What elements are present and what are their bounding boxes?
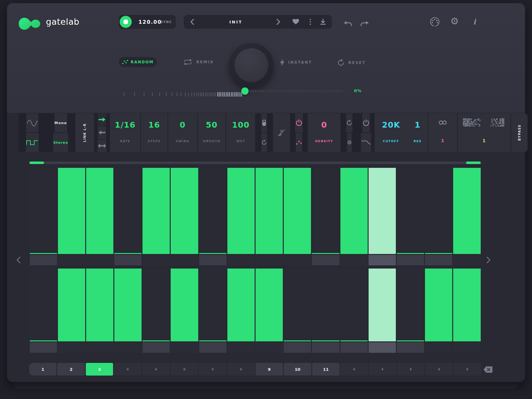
pattern-slot-2[interactable]: 2 <box>57 363 85 376</box>
seq-step-top-9[interactable] <box>256 168 283 254</box>
favorite-button[interactable] <box>290 15 301 29</box>
variation-slider-handle[interactable] <box>241 87 249 95</box>
stereo-button[interactable]: Stereo <box>53 133 68 152</box>
lock-refresh-button[interactable] <box>261 133 267 152</box>
seq-step-handle-bottom-4[interactable] <box>114 342 142 353</box>
mono-button[interactable]: Mono <box>54 113 67 132</box>
filter-refresh-button[interactable] <box>346 113 352 132</box>
variation-slider-track[interactable] <box>250 90 344 92</box>
noise-pattern-cell[interactable]: 1 <box>458 113 511 152</box>
seq-step-top-12[interactable] <box>340 168 368 254</box>
seq-step-bottom-2[interactable] <box>58 269 85 341</box>
seq-step-top-11[interactable] <box>312 168 339 254</box>
seq-step-handle-top-5[interactable] <box>142 255 170 265</box>
seq-step-handle-bottom-3[interactable] <box>86 342 113 353</box>
seq-step-handle-top-15[interactable] <box>425 255 452 265</box>
seq-step-bottom-3[interactable] <box>86 269 113 341</box>
sequencer-scroll-left-button[interactable] <box>16 256 21 263</box>
mute-note-button[interactable] <box>273 113 290 152</box>
rate-cell[interactable]: 1/16 RATE <box>110 113 140 152</box>
save-preset-button[interactable] <box>317 15 329 29</box>
delete-pattern-button[interactable] <box>483 366 493 373</box>
seq-step-top-6[interactable] <box>171 168 198 254</box>
seq-step-handle-top-3[interactable] <box>86 255 113 265</box>
undo-button[interactable] <box>343 21 352 27</box>
sine-wave-button[interactable] <box>26 113 38 132</box>
remix-button[interactable]: REMIX <box>183 59 214 65</box>
seq-step-bottom-10[interactable] <box>284 269 311 341</box>
seq-step-handle-bottom-9[interactable] <box>256 342 283 353</box>
seq-step-handle-bottom-14[interactable] <box>397 342 424 353</box>
seq-step-bottom-6[interactable] <box>171 269 198 341</box>
square-wave-button[interactable] <box>26 133 39 152</box>
smooth-cell[interactable]: 50 SMOOTH <box>198 113 226 152</box>
filter-power-button[interactable] <box>362 113 370 132</box>
seq-step-bottom-13[interactable] <box>369 269 396 341</box>
seq-step-handle-bottom-8[interactable] <box>227 342 255 353</box>
pattern-slot-4[interactable]: + <box>114 363 141 376</box>
pattern-slot-16[interactable]: + <box>454 363 481 376</box>
preset-prev-button[interactable] <box>190 19 194 25</box>
seq-step-handle-top-10[interactable] <box>284 255 311 265</box>
seq-step-top-14[interactable] <box>397 168 424 254</box>
seq-step-top-1[interactable] <box>30 168 57 254</box>
seq-step-bottom-5[interactable] <box>142 269 170 341</box>
variation-slider-ticks[interactable] <box>124 90 241 99</box>
seq-step-handle-bottom-6[interactable] <box>171 342 198 353</box>
pattern-slot-5[interactable]: + <box>142 363 170 376</box>
random-mode-button[interactable]: RANDOM <box>119 57 157 67</box>
preset-next-button[interactable] <box>276 19 281 25</box>
pattern-slot-13[interactable]: + <box>369 363 396 376</box>
pattern-slot-9[interactable]: 9 <box>256 363 283 376</box>
seq-step-top-13[interactable] <box>369 168 396 254</box>
loop-infinity-cell[interactable]: 1 <box>428 113 457 152</box>
wet-cell[interactable]: 100 WET <box>226 113 255 152</box>
link-lr-button[interactable]: LINK L-R <box>75 113 94 152</box>
direction-backward-button[interactable] <box>98 126 106 139</box>
bypass-button[interactable]: BYPASS <box>511 113 528 152</box>
seq-step-top-4[interactable] <box>114 168 142 254</box>
seq-step-top-8[interactable] <box>227 168 255 254</box>
seq-step-handle-top-6[interactable] <box>171 255 198 265</box>
sequencer-scroll-right-button[interactable] <box>486 256 491 263</box>
transport-stop-button[interactable] <box>120 16 132 28</box>
seq-step-bottom-14[interactable] <box>397 269 424 341</box>
seq-step-bottom-8[interactable] <box>227 269 255 341</box>
resonance-control[interactable]: 1 RES <box>408 113 428 152</box>
seq-step-handle-top-11[interactable] <box>312 255 339 265</box>
bpm-control[interactable]: 120.00 SYNC <box>119 15 176 29</box>
seq-step-handle-top-8[interactable] <box>227 255 255 265</box>
direction-pingpong-button[interactable] <box>98 140 106 152</box>
seq-step-handle-top-7[interactable] <box>199 255 226 265</box>
pattern-slot-12[interactable]: + <box>340 363 368 376</box>
seq-step-top-2[interactable] <box>58 168 85 254</box>
seq-step-handle-bottom-1[interactable] <box>30 342 57 353</box>
seq-step-handle-bottom-12[interactable] <box>340 342 368 353</box>
pattern-slot-14[interactable]: + <box>397 363 424 376</box>
seq-step-handle-bottom-10[interactable] <box>284 342 311 353</box>
variation-knob[interactable] <box>229 43 274 87</box>
midi-settings-button[interactable] <box>430 17 440 27</box>
direction-forward-button[interactable] <box>98 113 106 126</box>
loop-end-handle[interactable] <box>466 162 481 164</box>
filter-settings-button[interactable]: ⚙ <box>347 133 352 152</box>
seq-step-bottom-9[interactable] <box>256 269 283 341</box>
pattern-slot-15[interactable]: + <box>425 363 453 376</box>
seq-step-handle-bottom-11[interactable] <box>312 342 339 353</box>
seq-step-bottom-15[interactable] <box>425 269 452 341</box>
pattern-slot-7[interactable]: + <box>199 363 226 376</box>
seq-step-top-7[interactable] <box>199 168 226 254</box>
seq-step-handle-top-12[interactable] <box>340 255 368 265</box>
seq-step-bottom-16[interactable] <box>453 269 480 341</box>
seq-step-top-5[interactable] <box>142 168 170 254</box>
density-cell[interactable]: 0 DENSITY <box>308 113 341 152</box>
seq-step-bottom-12[interactable] <box>340 269 368 341</box>
seq-step-handle-bottom-16[interactable] <box>453 342 480 353</box>
steps-cell[interactable]: 16 STEPS <box>141 113 168 152</box>
cutoff-control[interactable]: 20K CUTOFF <box>375 113 407 152</box>
sync-toggle[interactable]: SYNC <box>161 20 172 24</box>
filter-curve-button[interactable] <box>361 133 371 152</box>
seq-step-top-16[interactable] <box>453 168 480 254</box>
seq-step-handle-top-2[interactable] <box>58 255 85 265</box>
redo-button[interactable] <box>360 21 369 27</box>
